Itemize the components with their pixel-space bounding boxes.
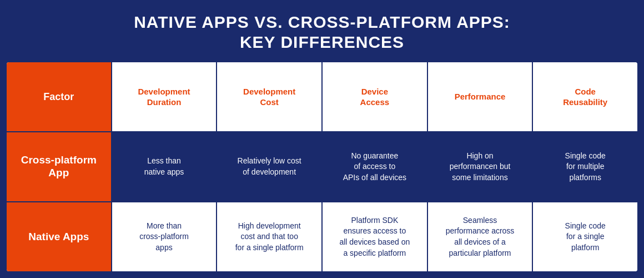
page-header: NATIVE APPS VS. CROSS-PLATFORM APPS: KEY… xyxy=(0,0,644,62)
cross-duration-value: Less thannative apps xyxy=(144,156,184,177)
native-apps-row: Native Apps More thancross-platformapps … xyxy=(7,201,637,271)
native-performance-value: Seamlessperformance acrossall devices of… xyxy=(446,215,515,259)
native-duration-value: More thancross-platformapps xyxy=(139,221,189,254)
header-factor-label: Factor xyxy=(43,91,74,103)
cross-reusability-value: Single codefor multipleplatforms xyxy=(565,151,606,183)
cross-access-cell: No guaranteeof access toAPIs of all devi… xyxy=(323,132,428,201)
cross-reusability-cell: Single codefor multipleplatforms xyxy=(533,132,637,201)
cross-cost-value: Relatively low costof development xyxy=(238,156,301,177)
page-wrapper: NATIVE APPS VS. CROSS-PLATFORM APPS: KEY… xyxy=(0,0,644,278)
page-title: NATIVE APPS VS. CROSS-PLATFORM APPS: KEY… xyxy=(11,12,633,52)
title-line2: KEY DIFFERENCES xyxy=(240,33,404,51)
native-reusability-value: Single codefor a singleplatform xyxy=(565,221,606,254)
header-reusability-cell: CodeReusability xyxy=(533,62,637,131)
header-cost-cell: DevelopmentCost xyxy=(217,62,323,131)
native-duration-cell: More thancross-platformapps xyxy=(112,202,218,271)
header-access-label: DeviceAccess xyxy=(360,86,390,108)
title-line1: NATIVE APPS VS. CROSS-PLATFORM APPS: xyxy=(134,13,510,31)
comparison-table: Factor DevelopmentDuration DevelopmentCo… xyxy=(7,62,637,271)
native-performance-cell: Seamlessperformance acrossall devices of… xyxy=(428,202,534,271)
header-performance-label: Performance xyxy=(455,91,506,102)
header-performance-cell: Performance xyxy=(428,62,534,131)
native-access-cell: Platform SDKensures access toall devices… xyxy=(323,202,428,271)
header-access-cell: DeviceAccess xyxy=(323,62,428,131)
cross-platform-row: Cross-platformApp Less thannative apps R… xyxy=(7,131,637,201)
cross-label-cell: Cross-platformApp xyxy=(7,132,112,201)
native-reusability-cell: Single codefor a singleplatform xyxy=(533,202,637,271)
cross-label: Cross-platformApp xyxy=(21,154,97,180)
native-label: Native Apps xyxy=(28,231,89,244)
header-factor-cell: Factor xyxy=(7,62,112,131)
table-header-row: Factor DevelopmentDuration DevelopmentCo… xyxy=(7,62,637,131)
cross-performance-cell: High onperformancen butsome limitations xyxy=(428,132,534,201)
header-duration-label: DevelopmentDuration xyxy=(138,86,190,108)
cross-duration-cell: Less thannative apps xyxy=(112,132,218,201)
cross-performance-value: High onperformancen butsome limitations xyxy=(450,151,511,183)
cross-cost-cell: Relatively low costof development xyxy=(217,132,323,201)
native-cost-cell: High developmentcost and that toofor a s… xyxy=(217,202,323,271)
header-duration-cell: DevelopmentDuration xyxy=(112,62,218,131)
cross-access-value: No guaranteeof access toAPIs of all devi… xyxy=(343,151,406,183)
native-cost-value: High developmentcost and that toofor a s… xyxy=(235,221,304,254)
header-cost-label: DevelopmentCost xyxy=(243,86,295,108)
header-reusability-label: CodeReusability xyxy=(563,86,607,108)
table-body: Factor DevelopmentDuration DevelopmentCo… xyxy=(7,62,637,271)
native-label-cell: Native Apps xyxy=(7,202,112,271)
native-access-value: Platform SDKensures access toall devices… xyxy=(339,215,410,259)
